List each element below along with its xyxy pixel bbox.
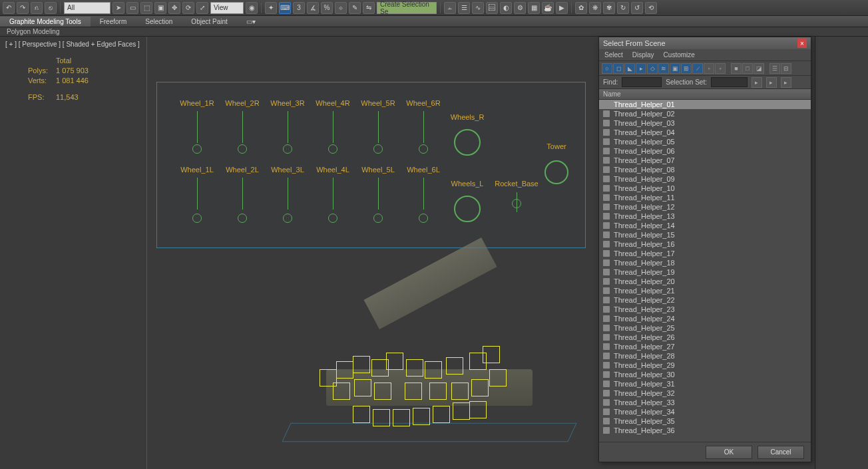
snap-3-icon[interactable]: 3 (293, 2, 305, 14)
filter-spacewarps-icon[interactable]: ≋ (658, 63, 669, 74)
selection-set-input[interactable] (711, 77, 748, 87)
filter-extra1-icon[interactable]: ▫ (704, 63, 714, 74)
list-item[interactable]: Thread_Helper_14 (599, 221, 811, 230)
rig-wheels-r-control[interactable] (454, 129, 481, 156)
render-icon[interactable]: ☕ (542, 2, 554, 14)
helper-bbox[interactable] (433, 406, 450, 423)
helper-bbox[interactable] (386, 353, 403, 370)
command-panel[interactable] (815, 37, 868, 469)
ref-coord-dropdown[interactable]: View (210, 2, 244, 14)
link-icon[interactable]: ⎌ (31, 2, 43, 14)
filter-bones-icon[interactable]: ⟋ (692, 63, 703, 74)
helper-bbox[interactable] (336, 361, 353, 379)
helper-bbox[interactable] (353, 406, 370, 423)
schematic-icon[interactable]: ⿳ (486, 2, 498, 14)
list-item[interactable]: Thread_Helper_22 (599, 295, 811, 305)
view-tree-icon[interactable]: ⊟ (781, 63, 791, 74)
helper-bbox[interactable] (405, 383, 422, 400)
find-input[interactable] (622, 77, 662, 87)
display-invert-icon[interactable]: ◪ (754, 63, 764, 74)
list-item[interactable]: Thread_Helper_06 (599, 146, 811, 156)
helper-bbox[interactable] (373, 409, 390, 426)
list-item[interactable]: Thread_Helper_33 (599, 398, 811, 407)
keyboard-shortcut-icon[interactable]: ⌨ (279, 2, 291, 14)
material-editor-icon[interactable]: ◐ (500, 2, 512, 14)
rig-wheel-control[interactable] (283, 214, 292, 223)
list-column-header[interactable]: Name (599, 89, 811, 100)
list-item[interactable]: Thread_Helper_16 (599, 239, 811, 249)
redo-icon[interactable]: ↷ (17, 2, 29, 14)
list-item[interactable]: Thread_Helper_08 (599, 165, 811, 174)
list-item[interactable]: Thread_Helper_07 (599, 156, 811, 165)
menu-customize[interactable]: Customize (664, 51, 695, 59)
rig-tower-control[interactable] (544, 160, 568, 184)
list-item[interactable]: Thread_Helper_15 (599, 230, 811, 239)
spinner-snap-icon[interactable]: ⟐ (335, 2, 347, 14)
filter-cameras-icon[interactable]: ▸ (636, 63, 646, 74)
menu-display[interactable]: Display (632, 51, 654, 59)
list-item[interactable]: Thread_Helper_27 (599, 342, 811, 351)
rig-wheel-control[interactable] (283, 144, 292, 154)
list-item[interactable]: Thread_Helper_31 (599, 379, 811, 389)
percent-snap-icon[interactable]: % (321, 2, 333, 14)
window-crossing-icon[interactable]: ▣ (154, 2, 166, 14)
helper-bbox[interactable] (429, 383, 447, 400)
render-frame-icon[interactable]: ▦ (528, 2, 540, 14)
list-item[interactable]: Thread_Helper_32 (599, 389, 811, 398)
list-item[interactable]: Thread_Helper_02 (599, 109, 811, 118)
helper-bbox[interactable] (471, 379, 489, 396)
select-icon[interactable]: ➤ (112, 2, 124, 14)
named-selection-dropdown[interactable]: Create Selection Se (377, 2, 437, 14)
display-all-icon[interactable]: ■ (731, 63, 742, 74)
reactor-1-icon[interactable]: ✿ (575, 2, 587, 14)
manipulate-icon[interactable]: ✦ (265, 2, 277, 14)
helper-bbox[interactable] (446, 357, 463, 375)
list-item[interactable]: Thread_Helper_12 (599, 202, 811, 212)
list-item[interactable]: Thread_Helper_35 (599, 416, 811, 426)
select-name-icon[interactable]: ▭ (126, 2, 138, 14)
viewport-label[interactable]: [ + ] [ Perspective ] [ Shaded + Edged F… (5, 41, 140, 48)
edit-named-sel-icon[interactable]: ✎ (349, 2, 361, 14)
rig-wheel-control[interactable] (419, 144, 428, 154)
display-none-icon[interactable]: □ (742, 63, 753, 74)
list-item[interactable]: Thread_Helper_09 (599, 174, 811, 184)
helper-bbox[interactable] (353, 356, 370, 373)
tab-selection[interactable]: Selection (136, 17, 182, 27)
reactor-2-icon[interactable]: ❋ (589, 2, 601, 14)
move-icon[interactable]: ✥ (168, 2, 180, 14)
tab-graphite[interactable]: Graphite Modeling Tools (0, 17, 91, 27)
pivot-icon[interactable]: ◉ (246, 2, 258, 14)
list-item[interactable]: Thread_Helper_11 (599, 193, 811, 202)
rig-rocket-control[interactable] (512, 199, 521, 208)
helper-bbox[interactable] (374, 383, 391, 400)
rig-wheel-control[interactable] (373, 214, 383, 223)
list-item[interactable]: Thread_Helper_01 (599, 100, 811, 109)
list-item[interactable]: Thread_Helper_04 (599, 128, 811, 137)
helper-bbox[interactable] (451, 383, 469, 400)
menu-select[interactable]: Select (604, 51, 623, 59)
tab-freeform[interactable]: Freeform (91, 17, 136, 27)
helper-bbox[interactable] (483, 346, 500, 363)
rig-wheel-control[interactable] (328, 144, 337, 154)
rig-wheels-l-control[interactable] (454, 196, 481, 222)
rig-wheel-control[interactable] (238, 214, 247, 223)
list-item[interactable]: Thread_Helper_18 (599, 258, 811, 267)
filter-geometry-icon[interactable]: ○ (602, 63, 612, 74)
cancel-button[interactable]: Cancel (758, 446, 804, 459)
list-item[interactable]: Thread_Helper_36 (599, 426, 811, 435)
list-item[interactable]: Thread_Helper_20 (599, 277, 811, 286)
list-item[interactable]: Thread_Helper_19 (599, 267, 811, 277)
reactor-5-icon[interactable]: ↺ (631, 2, 643, 14)
helper-bbox[interactable] (469, 401, 487, 418)
helper-bbox[interactable] (333, 383, 350, 400)
select-region-icon[interactable]: ⬚ (140, 2, 152, 14)
rig-wheel-control[interactable] (238, 144, 247, 154)
reactor-6-icon[interactable]: ⟲ (645, 2, 657, 14)
selset-btn1-icon[interactable]: ▸ (752, 77, 762, 88)
mirror-icon[interactable]: ⇋ (363, 2, 375, 14)
selset-btn2-icon[interactable]: ▸ (766, 77, 777, 88)
dialog-titlebar[interactable]: Select From Scene × (599, 37, 811, 49)
filter-helpers-icon[interactable]: ◇ (647, 63, 658, 74)
list-item[interactable]: Thread_Helper_26 (599, 333, 811, 342)
render-setup-icon[interactable]: ⚙ (514, 2, 526, 14)
